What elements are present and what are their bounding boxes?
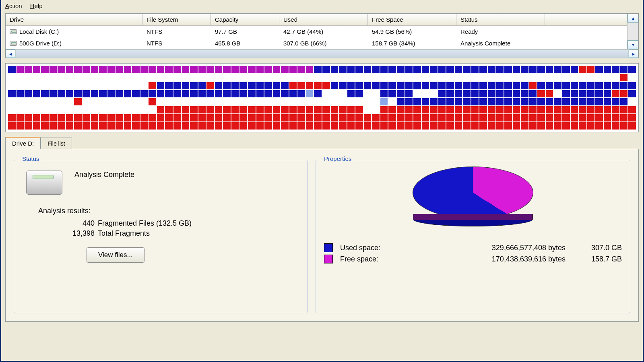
fragmap-cell: [628, 66, 636, 73]
fragmap-cell: [239, 98, 247, 105]
fragmap-cell: [132, 114, 140, 121]
fragmap-cell: [264, 90, 272, 97]
fragmap-cell: [66, 98, 74, 105]
hscrollbar[interactable]: ◂ ▸: [6, 49, 638, 58]
fragmap-cell: [537, 82, 545, 89]
fragmap-cell: [546, 122, 553, 130]
fragmap-cell: [388, 122, 396, 130]
fragmap-cell: [314, 74, 322, 81]
fragmap-cell: [471, 114, 479, 121]
fragmap-cell: [190, 106, 198, 113]
scroll-right-icon[interactable]: ▸: [629, 49, 638, 58]
scroll-track[interactable]: [15, 49, 629, 58]
fragmap-cell: [463, 122, 471, 130]
fragmap-cell: [513, 74, 520, 81]
fragmap-cell: [628, 90, 636, 97]
fragmap-cell: [33, 90, 41, 97]
fragmap-cell: [264, 122, 272, 130]
fragmap-cell: [99, 90, 107, 97]
col-filesystem[interactable]: File System: [142, 14, 211, 26]
fragmap-cell: [314, 106, 322, 113]
fragmap-cell: [74, 90, 82, 97]
fragmap-cell: [587, 114, 595, 121]
fragmap-cell: [58, 114, 65, 121]
fragmap-cell: [322, 82, 330, 89]
fragmap-cell: [595, 98, 603, 105]
fragmap-cell: [620, 82, 628, 89]
fragmap-cell: [306, 122, 314, 130]
fragmap-cell: [364, 114, 372, 121]
menu-help[interactable]: Help: [30, 2, 43, 9]
fragmap-cell: [140, 90, 148, 97]
view-files-button[interactable]: View files...: [87, 247, 144, 263]
col-status[interactable]: Status: [456, 14, 545, 26]
fragmap-cell: [149, 82, 156, 89]
fragmap-cell: [595, 82, 603, 89]
fragmap-cell: [281, 74, 289, 81]
fragmap-cell: [380, 66, 388, 73]
fragmap-cell: [339, 98, 347, 105]
menu-action[interactable]: Action: [5, 2, 22, 9]
fragmap-cell: [149, 106, 156, 113]
fragmap-cell: [364, 66, 372, 73]
fragmap-cell: [405, 114, 413, 121]
scroll-up-icon[interactable]: ▴: [627, 14, 638, 23]
fragmap-cell: [513, 98, 520, 105]
col-free[interactable]: Free Space: [368, 14, 456, 26]
fragmap-cell: [306, 114, 314, 121]
fragmap-cell: [620, 114, 628, 121]
fragmap-cell: [504, 106, 512, 113]
col-drive[interactable]: Drive: [6, 14, 142, 26]
vscrollbar[interactable]: ▴ ▾: [627, 14, 638, 49]
fragmap-cell: [289, 122, 297, 130]
fragmap-cell: [91, 82, 99, 89]
fragmap-cell: [562, 114, 570, 121]
fragmap-cell: [571, 98, 578, 105]
fragmap-cell: [140, 98, 148, 105]
fragmap-cell: [50, 66, 57, 73]
fragmap-cell: [405, 98, 413, 105]
fragmap-cell: [372, 106, 380, 113]
fragmap-cell: [273, 82, 281, 89]
fragmap-cell: [124, 106, 132, 113]
fragmap-cell: [413, 74, 421, 81]
fragmap-cell: [50, 114, 57, 121]
fragmap-cell: [74, 114, 82, 121]
fragmap-cell: [513, 114, 520, 121]
fragmap-cell: [455, 82, 462, 89]
tab-drive-d[interactable]: Drive D:: [5, 137, 41, 149]
col-capacity[interactable]: Capacity: [211, 14, 279, 26]
fragmap-cell: [529, 66, 537, 73]
fragmap-cell: [281, 114, 289, 121]
fragmap-cell: [331, 122, 339, 130]
scroll-left-icon[interactable]: ◂: [6, 49, 15, 58]
tab-file-list[interactable]: File list: [41, 138, 72, 149]
fragmap-cell: [231, 106, 239, 113]
fragmap-cell: [66, 90, 74, 97]
fragmap-cell: [364, 106, 372, 113]
fragmap-cell: [264, 82, 272, 89]
table-row[interactable]: 500G Drive (D:): [6, 37, 142, 49]
fragmap-cell: [562, 74, 570, 81]
analysis-results-label: Analysis results:: [38, 207, 299, 215]
fragmap-cell: [413, 66, 421, 73]
fragmap-cell: [124, 66, 132, 73]
tab-strip: Drive D: File list: [5, 136, 639, 149]
fragmap-cell: [264, 66, 272, 73]
fragmap-cell: [571, 106, 578, 113]
fragmap-cell: [206, 90, 214, 97]
table-row[interactable]: Local Disk (C:): [6, 26, 142, 37]
fragmap-cell: [628, 74, 636, 81]
fragmap-cell: [562, 82, 570, 89]
fragmap-cell: [206, 82, 214, 89]
col-used[interactable]: Used: [279, 14, 368, 26]
fragmap-cell: [422, 74, 429, 81]
fragmap-cell: [339, 122, 347, 130]
scroll-down-icon[interactable]: ▾: [627, 40, 638, 49]
fragmap-cell: [430, 74, 438, 81]
fragmap-cell: [612, 74, 619, 81]
fragmap-cell: [116, 74, 123, 81]
fragmap-cell: [571, 66, 578, 73]
fragmap-cell: [604, 114, 611, 121]
fragmap-cell: [91, 74, 99, 81]
